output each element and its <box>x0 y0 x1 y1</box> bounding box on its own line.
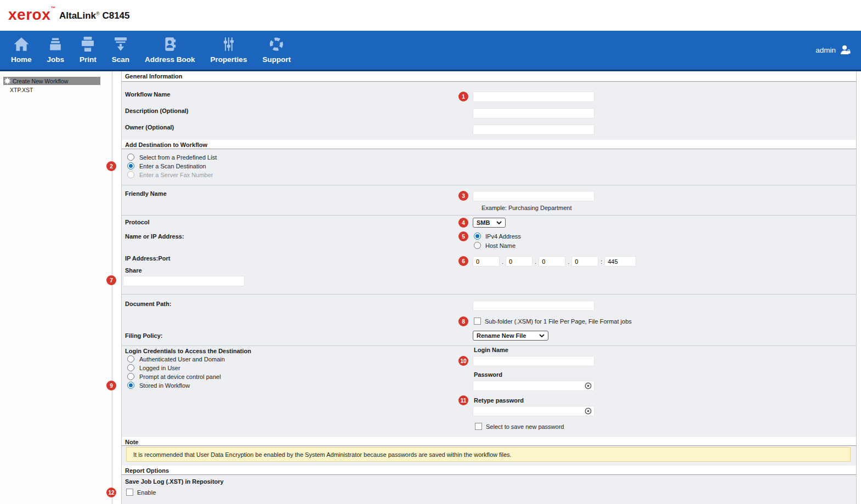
sidebar-item-xtp-xst[interactable]: XTP.XST <box>10 87 33 93</box>
protocol-select-value: SMB <box>477 219 490 226</box>
radio-stored-in-workflow[interactable] <box>127 382 134 389</box>
chevron-down-icon <box>539 334 545 337</box>
protocol-label: Protocol <box>125 219 150 225</box>
credentials-title: Login Credentials to Access the Destinat… <box>125 348 251 354</box>
workflow-name-input[interactable] <box>473 92 594 102</box>
retype-password-field <box>473 405 594 416</box>
subfolder-checkbox[interactable] <box>474 318 481 325</box>
nav-support-label: Support <box>262 55 291 64</box>
workflow-name-label: Workflow Name <box>125 91 170 98</box>
share-input[interactable] <box>123 276 245 286</box>
step-badge-10: 10 <box>458 356 468 366</box>
nav-scan-label: Scan <box>112 55 129 64</box>
jobs-icon <box>47 37 64 54</box>
workflow-sidebar: Create New Workflow XTP.XST <box>0 71 112 504</box>
step-badge-5: 5 <box>458 231 468 241</box>
section-header-add-destination: Add Destination to Workflow <box>122 140 856 149</box>
step-badge-6: 6 <box>458 256 468 266</box>
step-badge-3: 3 <box>458 191 468 201</box>
product-title: AltaLink® C8145 <box>59 10 130 21</box>
workflow-form: General Information Add Destination to W… <box>121 71 857 504</box>
owner-input[interactable] <box>473 124 594 135</box>
radio-logged-in-user[interactable] <box>127 364 134 371</box>
friendly-name-input[interactable] <box>473 191 594 201</box>
nav-address-book-label: Address Book <box>145 55 195 64</box>
filing-policy-select[interactable]: Rename New File <box>473 331 548 341</box>
save-job-log-label: Save Job Log (.XST) in Repository <box>125 478 224 485</box>
section-header-report-options: Report Options <box>122 466 856 475</box>
radio-ipv4-address-label: IPv4 Address <box>485 233 521 240</box>
sidebar-item-label: Create New Workflow <box>13 78 68 84</box>
radio-prompt-at-panel[interactable] <box>127 373 134 380</box>
step-badge-9: 9 <box>106 381 116 390</box>
nav-print-label: Print <box>80 55 97 64</box>
save-password-checkbox[interactable] <box>475 423 482 430</box>
home-icon <box>13 37 30 54</box>
nav-properties[interactable]: Properties <box>203 37 255 64</box>
section-header-general-information: General Information <box>122 71 856 82</box>
nav-address-book[interactable]: Address Book <box>137 37 203 64</box>
sidebar-item-create-new-workflow[interactable]: Create New Workflow <box>3 77 100 85</box>
radio-scan-destination-label: Enter a Scan Destination <box>139 163 206 169</box>
password-input[interactable] <box>473 381 594 391</box>
description-input[interactable] <box>473 108 594 118</box>
share-label: Share <box>125 267 142 274</box>
user-lock-icon <box>840 44 851 56</box>
login-name-input[interactable] <box>473 356 594 366</box>
report-section-body <box>122 475 856 504</box>
note-message: It is recommended that User Data Encrypt… <box>126 447 851 462</box>
radio-authenticated-user-label: Authenticated User and Domain <box>139 356 225 363</box>
login-name-label: Login Name <box>474 347 508 353</box>
radio-ipv4-address[interactable] <box>474 233 481 240</box>
save-password-checkbox-label: Select to save new password <box>486 423 564 430</box>
radio-predefined-list-label: Select from a Predefined List <box>139 154 217 161</box>
radio-authenticated-user[interactable] <box>127 355 134 363</box>
nav-jobs-label: Jobs <box>47 55 65 64</box>
port-input[interactable] <box>604 256 636 267</box>
radio-server-fax-label: Enter a Server Fax Number <box>139 172 213 178</box>
step-badge-12: 12 <box>106 488 116 497</box>
retype-password-label: Retype password <box>474 397 524 404</box>
ip-colon-separator: : <box>601 258 602 265</box>
radio-host-name[interactable] <box>474 242 481 249</box>
section-header-note: Note <box>122 437 856 446</box>
document-path-input[interactable] <box>473 301 594 311</box>
ip-octet-4-input[interactable] <box>571 256 598 267</box>
nav-home-label: Home <box>11 55 32 64</box>
description-label: Description (Optional) <box>125 107 189 114</box>
nav-scan[interactable]: Scan <box>104 37 137 64</box>
ip-address-port-fields: . . . : <box>473 256 636 267</box>
step-badge-1: 1 <box>458 92 468 101</box>
nav-jobs[interactable]: Jobs <box>39 37 72 64</box>
step-badge-11: 11 <box>458 395 468 405</box>
enable-checkbox[interactable] <box>126 489 133 496</box>
name-or-ip-label: Name or IP Address: <box>125 233 184 240</box>
ip-octet-1-input[interactable] <box>473 256 500 267</box>
retype-password-input[interactable] <box>473 406 594 416</box>
eye-icon[interactable] <box>585 382 592 392</box>
address-book-icon <box>162 37 178 54</box>
ip-octet-3-input[interactable] <box>539 256 565 267</box>
user-menu-label: admin <box>815 46 836 54</box>
radio-logged-in-user-label: Logged in User <box>139 365 180 371</box>
main-navbar: Home Jobs Print Scan Address Book Proper… <box>0 31 861 71</box>
eye-icon[interactable] <box>585 407 592 417</box>
protocol-select[interactable]: SMB <box>473 218 506 228</box>
page-header: xerox™ AltaLink® C8145 <box>0 0 861 31</box>
step-badge-8: 8 <box>458 316 468 326</box>
radio-server-fax[interactable] <box>127 171 134 178</box>
print-icon <box>80 37 96 54</box>
password-label: Password <box>474 371 502 378</box>
owner-label: Owner (Optional) <box>125 124 174 131</box>
nav-print[interactable]: Print <box>72 37 104 64</box>
ip-octet-2-input[interactable] <box>506 256 533 267</box>
radio-stored-in-workflow-label: Stored in Workflow <box>139 382 190 389</box>
radio-scan-destination[interactable] <box>127 162 134 169</box>
filing-policy-label: Filing Policy: <box>125 332 162 339</box>
document-path-label: Document Path: <box>125 301 171 307</box>
ip-address-port-label: IP Address:Port <box>125 255 171 262</box>
nav-home[interactable]: Home <box>3 37 39 64</box>
user-menu[interactable]: admin <box>815 44 861 56</box>
nav-support[interactable]: Support <box>254 37 298 64</box>
radio-predefined-list[interactable] <box>127 154 134 161</box>
